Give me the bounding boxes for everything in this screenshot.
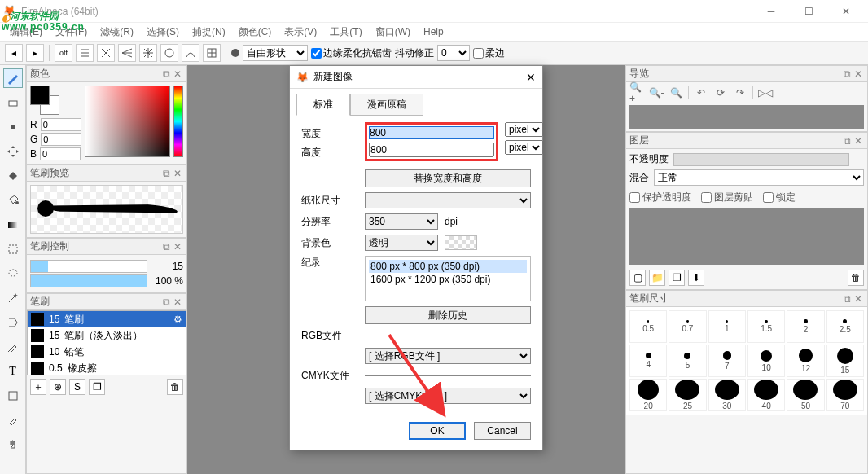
navigator-preview[interactable] <box>629 105 864 129</box>
panel-close-icon[interactable]: ✕ <box>172 296 183 308</box>
menu-select[interactable]: 选择(S) <box>143 24 182 41</box>
script-brush-icon[interactable]: S <box>69 379 85 395</box>
soft-edge-checkbox[interactable]: 柔边 <box>473 46 505 60</box>
add-brush-icon[interactable]: ＋ <box>30 379 46 395</box>
snap-off-icon[interactable]: off <box>55 44 72 62</box>
clipping-checkbox[interactable]: 图层剪贴 <box>701 191 753 204</box>
brush-size-slider[interactable] <box>30 260 147 273</box>
menu-help[interactable]: Help <box>420 24 447 39</box>
zoom-in-icon[interactable]: 🔍+ <box>629 86 644 100</box>
brush-size-cell[interactable]: 4 <box>629 345 667 377</box>
paper-size-select[interactable] <box>365 192 531 208</box>
menu-window[interactable]: 窗口(W) <box>372 24 414 41</box>
height-unit-select[interactable]: pixel <box>505 140 543 155</box>
select-pen-tool-icon[interactable] <box>3 313 23 332</box>
brush-list-item[interactable]: 10铅笔 <box>28 344 186 360</box>
brush-size-cell[interactable]: 5 <box>669 345 706 377</box>
nav-back-icon[interactable]: ◂ <box>5 44 23 62</box>
brush-size-cell[interactable]: 30 <box>708 379 746 411</box>
cmyk-file-select[interactable]: [ 选择CMYK文件 ] <box>365 388 531 404</box>
merge-down-icon[interactable]: ⬇ <box>688 270 704 286</box>
hue-slider[interactable] <box>173 86 183 157</box>
antialias-checkbox[interactable]: 边缘柔化抗锯齿 <box>311 46 392 60</box>
panel-undock-icon[interactable]: ⧉ <box>160 68 172 80</box>
snap-radial-icon[interactable] <box>139 44 157 62</box>
history-list[interactable]: 800 px * 800 px (350 dpi) 1600 px * 1200… <box>365 256 531 301</box>
brush-size-cell[interactable]: 25 <box>669 379 706 411</box>
delete-history-button[interactable]: 删除历史 <box>365 306 531 324</box>
layer-list[interactable] <box>629 208 864 265</box>
shape-select[interactable]: 自由形状 <box>243 45 308 61</box>
brush-size-cell[interactable]: 10 <box>747 345 785 377</box>
gradient-tool-icon[interactable] <box>3 215 23 235</box>
delete-brush-icon[interactable]: 🗑 <box>167 379 183 395</box>
snap-vanish-icon[interactable] <box>118 44 136 62</box>
color-b-input[interactable] <box>40 147 81 160</box>
ok-button[interactable]: OK <box>409 422 466 440</box>
dup-layer-icon[interactable]: ❐ <box>669 270 685 286</box>
gear-icon[interactable]: ⚙ <box>173 314 182 325</box>
panel-close-icon[interactable]: ✕ <box>853 68 864 80</box>
history-item[interactable]: 1600 px * 1200 px (350 dpi) <box>369 273 527 286</box>
menu-tool[interactable]: 工具(T) <box>327 24 365 41</box>
dot-tool-icon[interactable] <box>3 117 23 137</box>
panel-close-icon[interactable]: ✕ <box>853 293 864 305</box>
panel-undock-icon[interactable]: ⧉ <box>841 293 853 305</box>
snap-parallel-icon[interactable] <box>76 44 94 62</box>
brush-list-item[interactable]: 15笔刷⚙ <box>28 311 186 327</box>
rotate-reset-icon[interactable]: ⟳ <box>713 86 728 100</box>
brush-list-item[interactable]: 0.5橡皮擦 <box>28 360 186 375</box>
maximize-button[interactable]: ☐ <box>790 0 827 23</box>
menu-view[interactable]: 表示(V) <box>281 24 320 41</box>
color-swatch[interactable] <box>30 86 59 115</box>
nav-fwd-icon[interactable]: ▸ <box>26 44 44 62</box>
rotate-cw-icon[interactable]: ↷ <box>733 86 747 100</box>
panel-close-icon[interactable]: ✕ <box>172 168 183 179</box>
brush-size-cell[interactable]: 12 <box>787 345 824 377</box>
menu-filter[interactable]: 滤镜(R) <box>97 24 137 41</box>
panel-undock-icon[interactable]: ⧉ <box>160 168 172 179</box>
brush-size-cell[interactable]: 0.7 <box>669 310 706 343</box>
brush-size-cell[interactable]: 1 <box>708 310 746 343</box>
height-input[interactable] <box>369 143 494 157</box>
brush-size-cell[interactable]: 7 <box>708 345 746 377</box>
brush-size-cell[interactable]: 50 <box>787 379 824 411</box>
panel-close-icon[interactable]: ✕ <box>172 241 183 252</box>
brush-list-item[interactable]: 15笔刷（淡入淡出） <box>28 327 186 344</box>
width-input[interactable] <box>369 126 494 139</box>
cancel-button[interactable]: Cancel <box>474 422 531 440</box>
history-item[interactable]: 800 px * 800 px (350 dpi) <box>369 260 527 273</box>
select-rect-tool-icon[interactable] <box>3 239 23 259</box>
shape-tool-icon[interactable] <box>3 386 23 406</box>
brush-size-cell[interactable]: 15 <box>826 345 864 377</box>
snap-grid-icon[interactable] <box>203 44 221 62</box>
close-button[interactable]: ✕ <box>827 0 865 23</box>
layer-opacity-slider[interactable] <box>673 153 849 166</box>
zoom-fit-icon[interactable]: 🔍 <box>669 86 683 100</box>
brush-size-cell[interactable]: 40 <box>747 379 785 411</box>
bucket-tool-icon[interactable] <box>3 191 23 210</box>
zoom-out-icon[interactable]: 🔍- <box>649 86 664 100</box>
color-field[interactable] <box>85 86 170 157</box>
brush-size-cell[interactable]: 2 <box>787 310 824 343</box>
add-brush2-icon[interactable]: ⊕ <box>50 379 66 395</box>
hand-tool-icon[interactable] <box>3 435 23 454</box>
brush-size-cell[interactable]: 70 <box>826 379 864 411</box>
dialog-close-icon[interactable]: ✕ <box>526 71 536 84</box>
dup-brush-icon[interactable]: ❐ <box>89 379 105 395</box>
panel-undock-icon[interactable]: ⧉ <box>841 135 853 147</box>
color-g-input[interactable] <box>41 133 81 146</box>
width-unit-select[interactable]: pixel <box>505 122 543 137</box>
panel-close-icon[interactable]: ✕ <box>172 68 183 80</box>
rotate-ccw-icon[interactable]: ↶ <box>694 86 708 100</box>
panel-undock-icon[interactable]: ⧉ <box>160 241 172 252</box>
delete-layer-icon[interactable]: 🗑 <box>848 270 864 286</box>
snap-cross-icon[interactable] <box>97 44 115 62</box>
tab-standard[interactable]: 标准 <box>296 94 350 116</box>
tab-comic[interactable]: 漫画原稿 <box>350 94 423 116</box>
panel-close-icon[interactable]: ✕ <box>853 135 864 147</box>
menu-color[interactable]: 颜色(C) <box>235 24 275 41</box>
brush-list[interactable]: 15笔刷⚙ 15笔刷（淡入淡出） 10铅笔 0.5橡皮擦 <box>27 310 186 375</box>
magic-wand-tool-icon[interactable] <box>3 288 23 308</box>
snap-circle-icon[interactable] <box>160 44 178 62</box>
